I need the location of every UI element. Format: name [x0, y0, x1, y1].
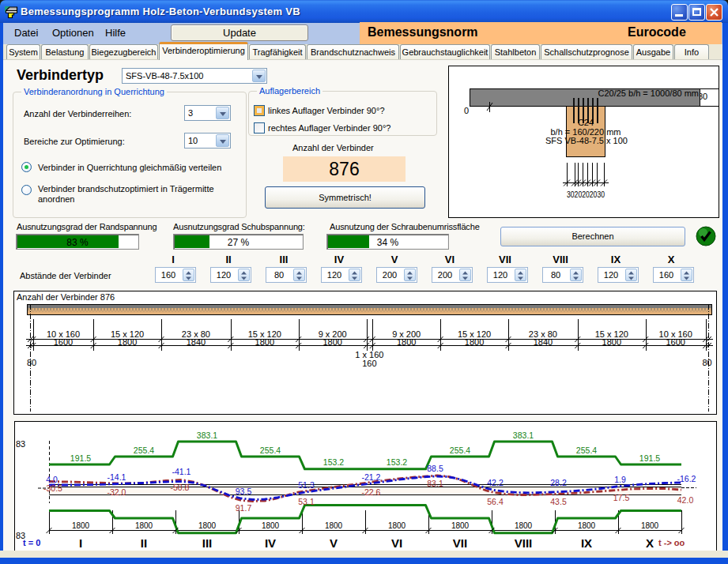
svg-text:0: 0 — [464, 106, 469, 115]
svg-text:1800: 1800 — [323, 337, 341, 347]
svg-text:80: 80 — [27, 358, 36, 367]
svg-text:1800: 1800 — [118, 337, 137, 347]
svg-text:III: III — [202, 536, 213, 550]
svg-text:1840: 1840 — [187, 337, 206, 347]
svg-text:II: II — [141, 536, 147, 550]
svg-text:-14.1: -14.1 — [108, 472, 126, 482]
svg-text:1800: 1800 — [72, 521, 90, 530]
svg-text:80: 80 — [702, 358, 711, 367]
svg-text:153.2: 153.2 — [387, 457, 407, 467]
svg-text:-50.8: -50.8 — [171, 483, 190, 492]
svg-text:t -> oo: t -> oo — [658, 538, 685, 547]
svg-text:-30.5: -30.5 — [43, 483, 62, 493]
svg-text:C20/25 b/h = 1000/80 mm: C20/25 b/h = 1000/80 mm — [598, 88, 700, 98]
svg-text:17.5: 17.5 — [613, 493, 630, 502]
svg-text:VIII: VIII — [515, 536, 533, 550]
svg-text:153.2: 153.2 — [323, 457, 344, 467]
svg-text:51.3: 51.3 — [298, 480, 315, 490]
svg-text:1800: 1800 — [578, 521, 596, 530]
svg-text:1.9: 1.9 — [614, 475, 626, 484]
svg-text:1800: 1800 — [641, 521, 659, 530]
svg-text:-41.1: -41.1 — [172, 467, 191, 476]
svg-text:1800: 1800 — [135, 521, 153, 530]
svg-text:IV: IV — [265, 536, 276, 550]
svg-text:-21.2: -21.2 — [362, 472, 381, 482]
svg-text:VI: VI — [391, 536, 402, 550]
svg-text:83.1: 83.1 — [427, 479, 443, 488]
svg-text:42.0: 42.0 — [677, 495, 694, 505]
svg-text:-22.6: -22.6 — [362, 487, 381, 497]
svg-text:1800: 1800 — [198, 521, 217, 530]
svg-text:t = 0: t = 0 — [23, 538, 40, 547]
svg-text:255.4: 255.4 — [450, 446, 470, 455]
svg-text:191.5: 191.5 — [639, 453, 660, 463]
svg-text:42.2: 42.2 — [487, 478, 504, 487]
svg-text:191.5: 191.5 — [70, 453, 91, 463]
svg-text:56.4: 56.4 — [487, 497, 504, 506]
svg-text:1800: 1800 — [262, 521, 280, 530]
svg-text:255.4: 255.4 — [134, 446, 154, 455]
svg-text:1600: 1600 — [666, 337, 685, 347]
svg-text:IX: IX — [581, 536, 592, 550]
svg-text:53.1: 53.1 — [298, 497, 315, 506]
svg-text:255.4: 255.4 — [260, 446, 281, 455]
svg-text:3020202030: 3020202030 — [567, 190, 605, 199]
svg-text:1800: 1800 — [515, 521, 533, 530]
svg-text:91.7: 91.7 — [236, 503, 252, 513]
svg-text:1800: 1800 — [325, 521, 343, 530]
svg-text:383.1: 383.1 — [513, 431, 534, 440]
svg-text:V: V — [330, 536, 338, 550]
svg-text:1800: 1800 — [451, 521, 470, 530]
svg-text:383.1: 383.1 — [197, 431, 217, 440]
svg-text:1800: 1800 — [602, 337, 621, 347]
svg-text:SFS VB-48-7.5 x 100: SFS VB-48-7.5 x 100 — [545, 136, 628, 145]
svg-text:88.5: 88.5 — [427, 464, 443, 473]
svg-text:1840: 1840 — [534, 337, 553, 347]
svg-text:28.2: 28.2 — [550, 478, 567, 487]
svg-text:Anzahl der Verbinder 876: Anzahl der Verbinder 876 — [17, 292, 115, 302]
svg-text:160: 160 — [362, 359, 376, 368]
svg-text:-32.0: -32.0 — [108, 487, 126, 497]
svg-text:43.5: 43.5 — [550, 497, 567, 506]
svg-text:1800: 1800 — [465, 337, 484, 347]
svg-text:C24: C24 — [578, 118, 594, 127]
svg-text:1800: 1800 — [388, 521, 406, 530]
svg-text:1800: 1800 — [255, 337, 274, 347]
svg-text:I: I — [79, 536, 82, 550]
svg-text:83: 83 — [16, 439, 25, 449]
svg-text:X: X — [646, 536, 654, 550]
svg-text:1800: 1800 — [397, 337, 416, 347]
svg-text:93.5: 93.5 — [236, 487, 252, 496]
svg-text:VII: VII — [453, 536, 467, 550]
svg-text:1600: 1600 — [54, 337, 73, 347]
svg-text:-16.2: -16.2 — [677, 474, 696, 483]
svg-text:255.4: 255.4 — [576, 446, 597, 455]
